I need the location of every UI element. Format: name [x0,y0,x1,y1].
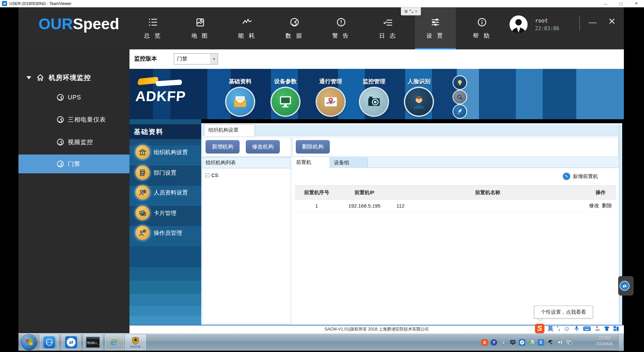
sidebar-item-label: 三相电量仪表 [68,116,106,124]
row-edit-link[interactable]: 修改 [589,203,599,209]
mysql-console-icon: MySQL>_ [86,337,100,348]
version-label: 监控版本 [134,55,157,62]
menu-item-org-setup[interactable]: 组织机构设置 [129,144,201,160]
side-panel-handle[interactable]: ⇄ [618,276,634,296]
nav-item-data[interactable]: 数 据 [274,7,315,49]
pencil-icon[interactable] [453,105,466,118]
app-minimize-button[interactable]: — [589,17,597,27]
tray-translator-icon[interactable]: 文 [538,339,544,346]
dropdown-arrow-icon: ▼ [210,54,218,64]
taskbar-monitoring-app[interactable]: MONITORING [40,335,59,350]
sidebar-item-video-monitor[interactable]: 视频监控 [18,133,129,151]
nav-item-help[interactable]: 帮 助 [462,7,502,49]
nav-label: 日 志 [379,32,397,40]
tree-node-cs[interactable]: - CS [205,172,291,178]
version-dropdown[interactable]: 门禁 ▼ [174,53,218,64]
tree-collapse-icon[interactable]: - [205,173,209,177]
sub-tabstrip: 前置机 设备组 [292,157,619,168]
sidebar-item-door-access[interactable]: 门禁 [18,155,129,173]
clock-time: 22:03 [587,335,622,341]
person-file-icon [139,188,147,196]
tray-satellite-icon[interactable] [547,339,553,346]
nav-item-energy[interactable]: 能 耗 [227,7,268,49]
right-toolbar: 删除机构 [292,137,619,157]
taskbar-sacm-app[interactable]: SACM [125,335,146,350]
edit-org-button[interactable]: 修改机构 [246,140,280,153]
menu-item-operator-mgmt[interactable]: 操作员管理 [129,225,201,241]
ime-keyboard-icon[interactable] [583,325,591,332]
add-org-button[interactable]: 新增机构 [206,140,239,153]
tray-network-icon[interactable] [566,339,572,346]
tray-help-icon[interactable]: ? [491,339,497,346]
ime-toolbox-grid-icon[interactable] [613,325,619,332]
teamviewer-arrows-icon: ⇄ [2,1,7,6]
ime-mic-icon[interactable] [574,325,580,332]
show-desktop-button[interactable] [618,334,623,351]
taskbar-teamviewer-app[interactable]: ⇄ [62,335,80,350]
data-gauge-icon [289,17,300,27]
window-close-button[interactable]: ✕ [629,0,644,7]
ime-language-toggle[interactable]: 英 [548,325,553,333]
menu-item-personnel-setup[interactable]: 人员资料设置 [129,184,201,201]
user-name: root [535,17,559,24]
sidebar-item-three-phase-meter[interactable]: 三相电量仪表 [18,110,129,129]
nav-item-settings[interactable]: 设 置 [415,7,456,49]
taskbar-clock[interactable]: 22:03 2019/6/6 [587,335,622,347]
log-list-icon [383,17,393,27]
home-icon [36,73,45,82]
module-face-recognition[interactable]: 人脸识别 [398,78,440,116]
magnifier-icon[interactable] [453,91,466,103]
face-icon [411,93,427,110]
nav-item-overview[interactable]: 总 览 [132,7,173,49]
bulb-icon[interactable] [453,76,466,89]
module-device-params[interactable]: 设备参数 [265,78,306,116]
user-avatar[interactable] [509,15,528,34]
taskbar-mysql-app[interactable]: MySQL>_ [84,335,102,350]
tray-teamviewer-icon[interactable]: ⇄ [519,339,525,346]
tray-monitor-icon[interactable] [509,339,516,346]
delete-org-button[interactable]: 删除机构 [296,140,330,153]
teamviewer-toolbar-handle[interactable]: ▦ ∨ [401,7,421,15]
nav-item-map[interactable]: 地 图 [180,7,221,49]
window-minimize-button[interactable]: — [598,0,613,7]
nav-item-alert[interactable]: 警 告 [321,7,362,49]
module-menu-header: 基础资料 [129,124,201,139]
ime-emoji-icon[interactable]: ☺ [563,325,570,333]
col-header-ip: 前置机IP [338,189,390,196]
module-monitor-mgmt[interactable]: 监控管理 [353,78,395,116]
tab-device-group[interactable]: 设备组 [330,157,368,168]
sidebar-item-ups[interactable]: UPS [18,88,129,107]
person-icon [509,15,528,34]
content-area: 组织机构设置 新增机构 修改机构 删除机构 组织机构列表 - CS 前置机 设备… [201,123,622,325]
cell-ip: 192.168.5.195 [338,203,390,209]
ime-punctuation-icon[interactable]: ’, [557,325,560,332]
taskbar-ie-app[interactable]: e [105,335,124,350]
tab-org-setup[interactable]: 组织机构设置 [204,124,255,135]
menu-item-department-setup[interactable]: 部门设置 [129,165,201,181]
menu-item-card-mgmt[interactable]: 卡片管理 [129,205,201,221]
row-delete-link[interactable]: 删除 [602,203,612,209]
window-maximize-button[interactable]: ▢ [613,0,629,7]
menu-item-label: 卡片管理 [154,209,176,217]
tray-sogou-icon[interactable]: S [481,339,488,346]
sidebar-root-node[interactable]: 机房环境监控 [18,69,129,86]
sogou-logo-icon[interactable]: S [535,324,544,333]
cell-actions: 修改 删除 [585,203,616,209]
tray-update-check-icon[interactable] [528,339,535,346]
ime-skin-shirt-icon[interactable] [604,325,610,332]
logo-text: ADKFP [135,88,186,104]
gauge-icon [56,160,64,168]
ime-handwriting-person-icon[interactable] [594,325,600,332]
tab-front-machine[interactable]: 前置机 [292,157,330,168]
module-access-mgmt[interactable]: 通行管理 [310,78,352,116]
sidebar-item-label: UPS [68,94,81,101]
start-button[interactable] [21,334,37,350]
gauge-icon [56,116,64,124]
add-front-machine-link[interactable]: ✎ 新增前置机 [563,173,598,180]
module-basic-data[interactable]: 基础资料 [219,78,261,116]
tray-volume-icon[interactable] [556,339,563,346]
energy-pulse-icon [242,17,252,27]
app-close-button[interactable]: ✕ [608,16,616,27]
department-icon [139,169,147,177]
tray-hidden-icons-chevron[interactable]: ∨ [500,339,506,346]
